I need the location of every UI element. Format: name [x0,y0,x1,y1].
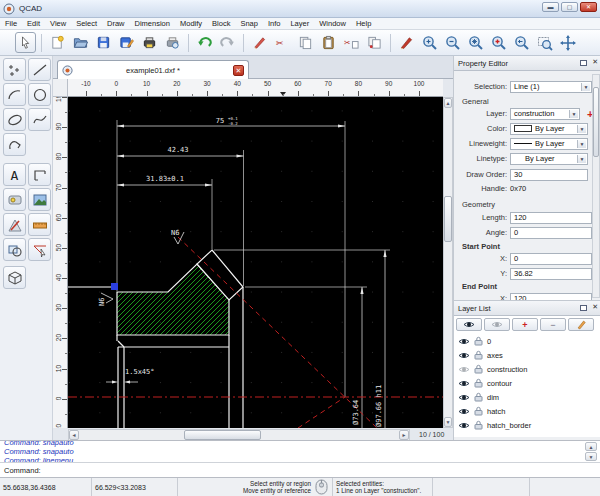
minimize-button[interactable]: ▬ [542,2,559,12]
layer-row[interactable]: hatch_border [454,418,600,432]
menu-info[interactable]: Info [263,19,286,28]
paste-button[interactable] [318,32,339,53]
add-layer-button[interactable]: + [512,318,538,331]
solid-tool-button[interactable] [3,266,26,289]
scroll-left-button[interactable]: ◄ [69,430,79,440]
ruler-tool-button[interactable] [28,213,51,236]
show-all-layers-button[interactable] [456,318,482,331]
float-panel-icon[interactable] [580,60,587,66]
image-tool-button[interactable] [28,188,51,211]
layer-lock-icon[interactable] [474,364,483,374]
zoom-in-button[interactable] [419,32,440,53]
property-editor-scroll-thumb[interactable] [593,87,599,157]
open-file-button[interactable] [70,32,91,53]
menu-view[interactable]: View [45,19,71,28]
cut-with-reference-button[interactable]: ✂ [341,32,362,53]
layer-visibility-icon[interactable] [458,393,470,402]
layer-row[interactable]: axes [454,348,600,362]
float-panel-icon[interactable] [580,305,587,311]
command-history-scrollbar[interactable]: ▲ ▼ [585,442,598,462]
spline-tool-button[interactable] [28,108,51,131]
copy-with-reference-button[interactable] [364,32,385,53]
selection-grip[interactable] [111,283,118,290]
vertical-scrollbar[interactable]: ▲ ▼ [443,97,453,428]
save-as-button[interactable] [116,32,137,53]
layer-lock-icon[interactable] [474,406,483,416]
start-x-input[interactable]: 0 [510,253,592,265]
menu-dimension[interactable]: Dimension [130,19,175,28]
layer-lock-icon[interactable] [474,420,483,430]
previous-view-button[interactable] [511,32,532,53]
layer-row[interactable]: contour [454,376,600,390]
scroll-down-button[interactable]: ▼ [444,417,452,427]
menu-layer[interactable]: Layer [285,19,314,28]
layer-visibility-icon[interactable] [458,337,470,346]
hide-all-layers-button[interactable] [484,318,510,331]
close-button[interactable]: ✕ [580,2,597,12]
polyline-tool-button[interactable] [3,133,26,156]
menu-select[interactable]: Select [71,19,102,28]
point-tool-button[interactable] [3,58,26,81]
dimension-tool-button[interactable] [3,188,26,211]
part-cross-section[interactable] [117,250,243,428]
menu-help[interactable]: Help [351,19,376,28]
undo-button[interactable] [194,32,215,53]
menu-file[interactable]: File [0,19,22,28]
delete-button[interactable] [249,32,270,53]
tab-close-button[interactable]: ✕ [233,65,244,76]
history-scroll-down-button[interactable]: ▼ [585,452,597,461]
layer-visibility-icon[interactable] [458,421,470,430]
end-x-input[interactable]: 120 [510,293,592,301]
circle-tool-button[interactable] [28,83,51,106]
text-tool-button[interactable]: A [3,163,26,186]
color-combo[interactable]: By Layer▼ [510,123,588,135]
maximize-button[interactable]: ▢ [561,2,578,12]
save-button[interactable] [93,32,114,53]
length-input[interactable]: 120 [510,212,592,224]
ellipse-tool-button[interactable] [3,108,26,131]
arc-tool-button[interactable] [3,83,26,106]
layer-visibility-icon[interactable] [458,351,470,360]
menu-snap[interactable]: Snap [235,19,263,28]
property-editor-scrollbar[interactable] [592,74,600,298]
layer-visibility-icon[interactable] [458,365,470,374]
copy-button[interactable] [295,32,316,53]
print-preview-button[interactable] [162,32,183,53]
cut-button[interactable]: ✂ [272,32,293,53]
layer-row[interactable]: construction [454,362,600,376]
menu-edit[interactable]: Edit [22,19,45,28]
modify-tool-button[interactable] [3,238,26,261]
scroll-right-button[interactable]: ► [399,430,409,440]
layer-lock-icon[interactable] [474,378,483,388]
selection-combo[interactable]: Line (1)▼ [510,81,592,93]
layer-visibility-icon[interactable] [458,407,470,416]
layer-lock-icon[interactable] [474,392,483,402]
selection-arrow-button[interactable] [15,32,36,53]
linetype-combo[interactable]: By Layer▼ [510,153,588,165]
layer-row[interactable]: 0 [454,334,600,348]
shape-tool-button[interactable] [28,163,51,186]
history-scroll-up-button[interactable]: ▲ [585,442,597,451]
draw-pen-button[interactable] [396,32,417,53]
pan-button[interactable] [557,32,578,53]
draw-order-input[interactable]: 30 [510,169,588,181]
diagonal-construction-line-2[interactable] [298,397,345,428]
layer-lock-icon[interactable] [474,336,483,346]
dimension-extension-lines[interactable] [117,120,390,397]
layer-combo[interactable]: construction▼ [510,108,580,120]
snap-tool-button[interactable] [28,238,51,261]
redo-button[interactable] [217,32,238,53]
menu-window[interactable]: Window [314,19,351,28]
auto-zoom-button[interactable] [465,32,486,53]
command-line[interactable]: Command: [0,462,600,477]
new-file-button[interactable] [47,32,68,53]
angle-input[interactable]: 0 [510,227,592,239]
line-tool-button[interactable] [28,58,51,81]
layer-row[interactable]: hatch [454,404,600,418]
layer-row[interactable]: dim [454,390,600,404]
zoom-selection-button[interactable] [488,32,509,53]
menu-block[interactable]: Block [207,19,235,28]
document-tab[interactable]: example01.dxf * ✕ [57,60,249,79]
close-panel-icon[interactable]: ✕ [592,58,598,66]
menu-draw[interactable]: Draw [102,19,130,28]
